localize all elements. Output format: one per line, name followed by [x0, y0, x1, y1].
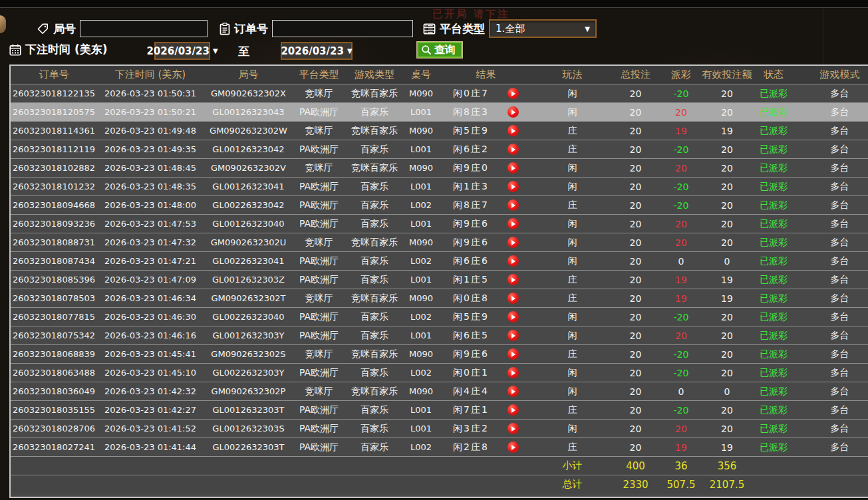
play-video-icon[interactable] — [507, 441, 519, 453]
order-no-cell: 260323018078503 — [11, 289, 97, 308]
platform-type-select[interactable]: 1.全部 ▼ — [489, 19, 597, 38]
play-video-icon[interactable] — [507, 386, 519, 397]
table-row[interactable]: 260323018094668 2026-03-23 01:48:00 GL00… — [11, 196, 868, 215]
game-mode-cell: 多台 — [795, 364, 868, 382]
total-bet-cell: 20 — [611, 84, 660, 103]
date-to-picker[interactable]: 2026/03/23 ▼ — [281, 42, 353, 60]
table-row[interactable]: 260323018068839 2026-03-23 01:45:41 GM09… — [11, 345, 868, 364]
table-row[interactable]: 260323018120575 2026-03-23 01:50:21 GL00… — [11, 103, 868, 122]
play-video-icon[interactable] — [507, 237, 519, 248]
play-video-icon[interactable] — [507, 293, 519, 304]
platform-type-cell: 竞咪厅 — [293, 84, 345, 103]
game-type-cell: 竞咪百家乐 — [345, 159, 404, 178]
bet-time-cell: 2026-03-23 01:41:44 — [97, 438, 204, 457]
result-cell: 闲9庄6 — [438, 215, 534, 233]
play-video-icon[interactable] — [507, 199, 519, 211]
play-video-icon[interactable] — [507, 144, 519, 155]
table-row[interactable]: 260323018088731 2026-03-23 01:47:32 GM09… — [11, 233, 868, 252]
table-row[interactable]: 260323018093236 2026-03-23 01:47:53 GL00… — [11, 215, 868, 233]
payout-cell: 19 — [660, 289, 702, 308]
play-video-icon[interactable] — [507, 106, 519, 118]
table-row[interactable]: 260323018027241 2026-03-23 01:41:44 GL00… — [11, 438, 868, 457]
table-row[interactable]: 260323018035155 2026-03-23 01:42:27 GL00… — [11, 401, 868, 420]
result-cell: 闲9庄6 — [438, 345, 534, 364]
valid-bet-cell: 20 — [702, 178, 752, 196]
result-text: 闲6庄2 — [453, 144, 489, 156]
table-row[interactable]: 260323018085396 2026-03-23 01:47:09 GL00… — [11, 271, 868, 289]
table-row[interactable]: 260323018063488 2026-03-23 01:45:10 GL00… — [11, 364, 868, 382]
play-triangle — [511, 296, 515, 301]
bet-time-cell: 2026-03-23 01:47:21 — [97, 252, 204, 271]
result-text: 闲9庄6 — [453, 218, 489, 230]
total-bet-cell: 20 — [611, 196, 660, 215]
order-no-cell: 260323018027241 — [11, 438, 97, 457]
bet-time-cell: 2026-03-23 01:49:35 — [97, 140, 204, 159]
game-no-input[interactable] — [80, 20, 208, 37]
play-video-icon[interactable] — [507, 311, 519, 322]
game-mode-cell: 多台 — [795, 215, 868, 233]
bet-time-cell: 2026-03-23 01:47:09 — [97, 271, 204, 289]
table-no-cell: M090 — [404, 382, 438, 401]
play-video-icon[interactable] — [507, 181, 519, 192]
play-video-icon[interactable] — [507, 330, 519, 341]
payout-cell: 0 — [660, 252, 702, 271]
order-no-cell: 260323018088731 — [11, 233, 97, 252]
play-video-icon[interactable] — [507, 274, 519, 285]
play-video-icon[interactable] — [507, 125, 519, 136]
table-no-cell: L001 — [404, 178, 438, 196]
total-bet-cell: 20 — [611, 420, 660, 438]
order-no-cell: 260323018122135 — [11, 84, 97, 103]
status-cell: 已派彩 — [752, 252, 795, 271]
table-row[interactable]: 260323018102882 2026-03-23 01:48:45 GM09… — [11, 159, 868, 178]
subtotal-row: 小计 400 36 356 — [11, 457, 868, 475]
game-no-cell: GM0902632302U — [204, 233, 293, 252]
play-video-icon[interactable] — [507, 162, 519, 174]
play-video-icon[interactable] — [507, 423, 519, 434]
query-button[interactable]: 查询 — [416, 41, 463, 59]
table-row[interactable]: 260323018075342 2026-03-23 01:46:16 GL00… — [11, 326, 868, 345]
play-type-cell: 庄 — [534, 345, 611, 364]
play-triangle — [511, 166, 515, 171]
status-cell: 已派彩 — [752, 233, 795, 252]
result-text: 闲9庄6 — [453, 348, 489, 360]
game-type-cell: 百家乐 — [345, 420, 404, 438]
table-row[interactable]: 260323018112119 2026-03-23 01:49:35 GL00… — [11, 140, 868, 159]
table-row[interactable]: 260323018101232 2026-03-23 01:48:35 GL00… — [11, 178, 868, 196]
table-row[interactable]: 260323018078503 2026-03-23 01:46:34 GM09… — [11, 289, 868, 308]
table-row[interactable]: 260323018036049 2026-03-23 01:42:32 GM09… — [11, 382, 868, 401]
status-cell: 已派彩 — [752, 364, 795, 382]
table-row[interactable]: 260323018028706 2026-03-23 01:41:52 GL00… — [11, 420, 868, 438]
table-row[interactable]: 260323018087434 2026-03-23 01:47:21 GL00… — [11, 252, 868, 271]
play-video-icon[interactable] — [507, 255, 519, 267]
status-cell: 已派彩 — [752, 215, 795, 233]
play-video-icon[interactable] — [507, 88, 519, 99]
play-video-icon[interactable] — [507, 348, 519, 360]
play-video-icon[interactable] — [507, 218, 519, 229]
grand-total-total-bet: 2330 — [611, 475, 660, 494]
platform-type-value: 1.全部 — [496, 23, 525, 35]
play-type-cell: 闲 — [534, 252, 611, 271]
order-no-cell: 260323018085396 — [11, 271, 97, 289]
sidebar-toggle-arrow[interactable] — [0, 15, 6, 33]
chevron-down-icon: ▼ — [213, 47, 218, 55]
play-video-icon[interactable] — [507, 367, 519, 378]
records-table-container: 订单号 下注时间 (美东) 局号 平台类型 游戏类型 桌号 结果 玩法 总投注 … — [9, 64, 868, 498]
play-type-cell: 闲 — [534, 215, 611, 233]
status-cell: 已派彩 — [752, 103, 795, 122]
bet-time-cell: 2026-03-23 01:48:00 — [97, 196, 204, 215]
platform-type-cell: PA欧洲厅 — [293, 308, 345, 326]
table-row[interactable]: 260323018077815 2026-03-23 01:46:30 GL00… — [11, 308, 868, 326]
table-row[interactable]: 260323018114361 2026-03-23 01:49:48 GM09… — [11, 122, 868, 140]
game-no-cell: GL0012632303T — [204, 401, 293, 420]
play-triangle — [511, 184, 515, 189]
subtotal-total-bet: 400 — [611, 457, 660, 475]
result-cell: 闲6庄6 — [438, 252, 534, 271]
order-no-input[interactable] — [272, 20, 413, 37]
play-video-icon[interactable] — [507, 404, 519, 416]
chevron-down-icon: ▼ — [585, 25, 590, 33]
date-from-picker[interactable]: 2026/03/23 ▼ — [154, 42, 210, 60]
table-row[interactable]: 260323018122135 2026-03-23 01:50:31 GM09… — [11, 84, 868, 103]
game-mode-cell: 多台 — [795, 271, 868, 289]
header-game-type: 游戏类型 — [345, 66, 404, 84]
valid-bet-cell: 0 — [702, 252, 752, 271]
